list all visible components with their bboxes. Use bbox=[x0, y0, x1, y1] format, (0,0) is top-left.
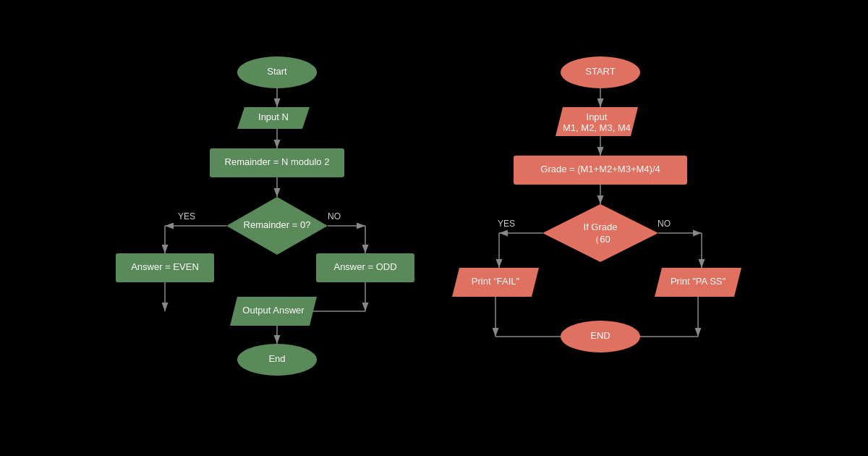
fc2-input-line2: M1, M2, M3, M4 bbox=[563, 122, 631, 133]
fc2-pass-label: Print "PA SS" bbox=[671, 276, 726, 287]
fc1-no-label: NO bbox=[328, 211, 341, 221]
fc2-grade-label: Grade = (M1+M2+M3+M4)/4 bbox=[540, 164, 660, 174]
fc1-yes-label: YES bbox=[178, 211, 195, 221]
fc2-decision-shape bbox=[542, 204, 658, 262]
fc1-output-label: Output Answer bbox=[242, 305, 305, 316]
fc2-end-label: END bbox=[590, 330, 610, 341]
fc1-end-label: End bbox=[268, 353, 285, 364]
fc2-decision-line1: If Grade bbox=[584, 221, 618, 232]
fc2-decision-line2: （60 bbox=[590, 234, 610, 245]
flowchart-container: Start Input N Remainder = N modulo 2 Rem… bbox=[0, 0, 868, 456]
fc1-decision-label: Remainder = 0? bbox=[244, 219, 311, 230]
fc1-odd-label: Answer = ODD bbox=[333, 261, 396, 272]
fc1-even-label: Answer = EVEN bbox=[131, 261, 199, 272]
fc2-input-line1: Input bbox=[587, 111, 608, 122]
fc1-input-label: Input N bbox=[258, 111, 289, 122]
fc2-yes-label: YES bbox=[498, 219, 515, 229]
fc1-start-label: Start bbox=[267, 66, 287, 77]
fc1-remainder-label: Remainder = N modulo 2 bbox=[225, 156, 330, 167]
fc2-no-label: NO bbox=[658, 219, 671, 229]
fc2-start-label: START bbox=[585, 66, 615, 77]
flowchart-svg: Start Input N Remainder = N modulo 2 Rem… bbox=[0, 0, 868, 456]
fc2-fail-label: Print "FAIL" bbox=[472, 276, 520, 287]
